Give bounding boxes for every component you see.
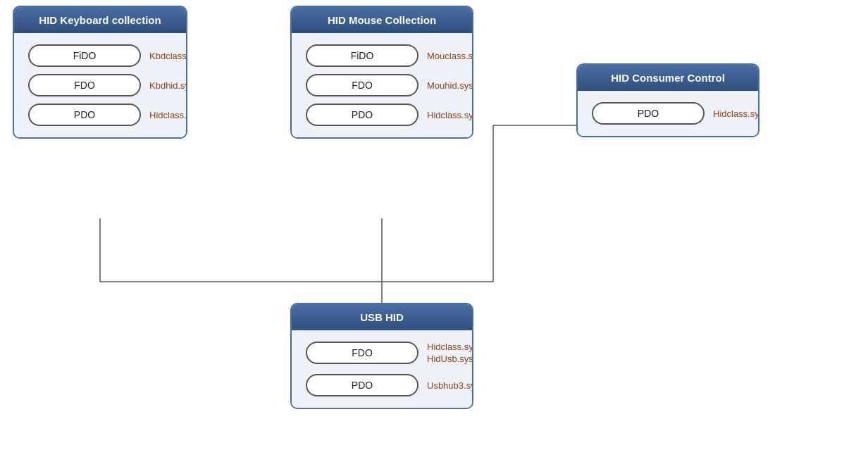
- consumer-pdo-sys: Hidclass.sys: [713, 108, 760, 119]
- usb-fdo-sys: Hidclass.sys/HidUsb.sys: [427, 342, 473, 365]
- keyboard-body: FiDO Kbdclass.sys FDO Kbdhid.sys PDO Hid…: [14, 33, 186, 137]
- keyboard-fdo-sys: Kbdhid.sys: [149, 80, 187, 91]
- keyboard-fdo-pill: FDO: [28, 74, 141, 96]
- usb-fdo-label: FDO: [352, 347, 373, 358]
- usb-body: FDO Hidclass.sys/HidUsb.sys PDO Usbhub3.…: [292, 330, 472, 408]
- mouse-fdo-pill: FDO: [306, 74, 418, 96]
- keyboard-pdo-row: PDO Hidclass.sys: [28, 104, 172, 126]
- consumer-collection: HID Consumer Control PDO Hidclass.sys: [576, 63, 760, 137]
- keyboard-fdo-label: FDO: [74, 80, 95, 91]
- usb-collection-header: USB HID: [292, 304, 472, 330]
- keyboard-title: HID Keyboard collection: [39, 14, 161, 26]
- usb-pdo-label: PDO: [352, 380, 373, 391]
- mouse-body: FiDO Mouclass.sys FDO Mouhid.sys PDO Hid…: [292, 33, 472, 137]
- diagram-container: HID Keyboard collection FiDO Kbdclass.sy…: [0, 0, 868, 469]
- keyboard-fido-label: FiDO: [73, 50, 97, 61]
- usb-title: USB HID: [360, 311, 404, 323]
- keyboard-fido-row: FiDO Kbdclass.sys: [28, 44, 172, 67]
- keyboard-fdo-row: FDO Kbdhid.sys: [28, 74, 172, 96]
- keyboard-collection-header: HID Keyboard collection: [14, 7, 186, 33]
- keyboard-fido-sys: Kbdclass.sys: [149, 51, 187, 61]
- consumer-body: PDO Hidclass.sys: [578, 91, 758, 136]
- usb-collection: USB HID FDO Hidclass.sys/HidUsb.sys PDO …: [290, 303, 473, 409]
- mouse-fdo-sys: Mouhid.sys: [427, 80, 473, 91]
- usb-fdo-row: FDO Hidclass.sys/HidUsb.sys: [306, 342, 458, 364]
- mouse-pdo-label: PDO: [352, 109, 373, 120]
- usb-pdo-row: PDO Usbhub3.sys: [306, 374, 458, 396]
- mouse-pdo-sys: Hidclass.sys: [427, 110, 473, 120]
- mouse-collection: HID Mouse Collection FiDO Mouclass.sys F…: [290, 6, 473, 139]
- usb-pdo-sys: Usbhub3.sys: [427, 380, 473, 391]
- mouse-fido-label: FiDO: [351, 50, 374, 61]
- mouse-fido-row: FiDO Mouclass.sys: [306, 44, 458, 67]
- keyboard-pdo-pill: PDO: [28, 104, 141, 126]
- mouse-pdo-row: PDO Hidclass.sys: [306, 104, 458, 126]
- consumer-pdo-label: PDO: [638, 108, 659, 119]
- mouse-fdo-row: FDO Mouhid.sys: [306, 74, 458, 96]
- usb-pdo-pill: PDO: [306, 374, 418, 396]
- mouse-fido-pill: FiDO: [306, 44, 418, 67]
- consumer-collection-header: HID Consumer Control: [578, 65, 758, 91]
- consumer-pdo-row: PDO Hidclass.sys: [592, 102, 744, 125]
- consumer-title: HID Consumer Control: [611, 72, 725, 84]
- mouse-fdo-label: FDO: [352, 80, 373, 91]
- mouse-title: HID Mouse Collection: [328, 14, 436, 26]
- consumer-pdo-pill: PDO: [592, 102, 705, 125]
- keyboard-fido-pill: FiDO: [28, 44, 141, 67]
- mouse-fido-sys: Mouclass.sys: [427, 51, 473, 61]
- keyboard-pdo-label: PDO: [74, 109, 95, 120]
- keyboard-pdo-sys: Hidclass.sys: [149, 110, 187, 120]
- usb-fdo-pill: FDO: [306, 342, 418, 364]
- mouse-pdo-pill: PDO: [306, 104, 418, 126]
- keyboard-collection: HID Keyboard collection FiDO Kbdclass.sy…: [13, 6, 187, 139]
- mouse-collection-header: HID Mouse Collection: [292, 7, 472, 33]
